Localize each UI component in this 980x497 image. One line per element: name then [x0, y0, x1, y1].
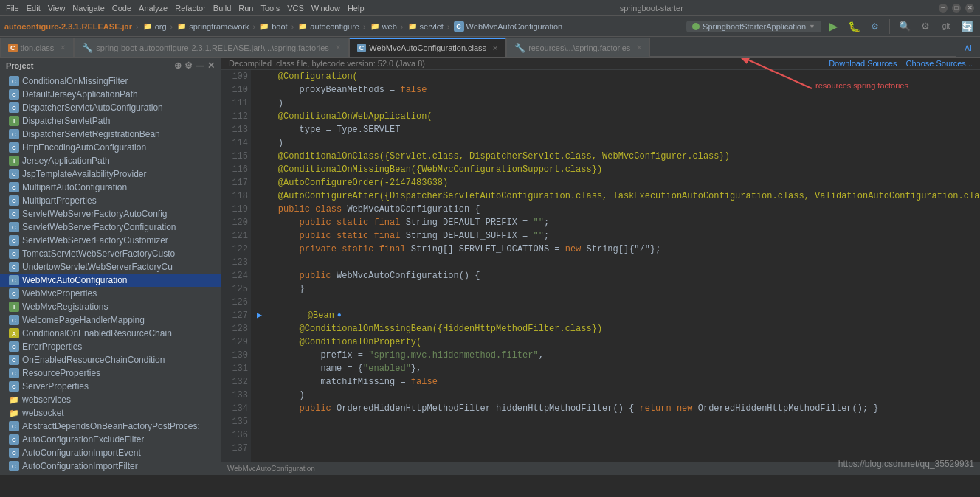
menu-analyze[interactable]: Analyze — [139, 4, 168, 13]
menu-file[interactable]: File — [6, 4, 19, 13]
tab-action-class[interactable]: C tion.class ✕ — [0, 38, 74, 57]
tree-item-conditional-missing-filter[interactable]: C ConditionalOnMissingFilter — [0, 74, 221, 88]
menu-code[interactable]: Code — [112, 4, 131, 13]
tree-item-servlet-factory-auto[interactable]: C ServletWebServerFactoryAutoConfig — [0, 207, 221, 220]
update-button[interactable]: 🔄 — [958, 18, 976, 35]
menu-view[interactable]: View — [48, 4, 66, 13]
tree-item-webmvc-auto[interactable]: C WebMvcAutoConfiguration — [0, 274, 221, 287]
tree-item-auto-config-import-event[interactable]: C AutoConfigurationImportEvent — [0, 446, 221, 459]
nav-item-springframework[interactable]: 📁 springframework — [176, 21, 249, 32]
nav-item-web[interactable]: 📁 web — [370, 21, 397, 32]
code-line: @ConditionalOnMissingBean({HiddenHttpMet… — [257, 322, 974, 336]
code-line: @ConditionalOnWebApplication( — [257, 110, 974, 123]
nav-item-servlet[interactable]: 📁 servlet — [407, 21, 444, 32]
tab-webmvc-class[interactable]: C WebMvcAutoConfiguration.class ✕ — [349, 38, 506, 57]
tree-item-webmvc-props[interactable]: C WebMvcProperties — [0, 287, 221, 300]
tree-label-12: ServletWebServerFactoryCustomizer — [22, 235, 168, 246]
build-button[interactable]: ⚙ — [866, 18, 883, 35]
menu-bar[interactable]: File Edit View Navigate Code Analyze Ref… — [6, 4, 365, 13]
search-everywhere-button[interactable]: 🔍 — [896, 18, 914, 35]
sidebar-action-add[interactable]: ⊕ — [174, 60, 182, 71]
code-area[interactable]: @Configuration( proxyBeanMethods = false… — [251, 70, 980, 475]
tab-icon-factories-res: 🔧 — [514, 43, 525, 53]
menu-help[interactable]: Help — [348, 4, 365, 13]
download-sources-link[interactable]: Download Sources — [829, 59, 897, 68]
tree-item-servlet-factory-config[interactable]: C ServletWebServerFactoryConfiguration — [0, 220, 221, 234]
tree-item-server-props[interactable]: C ServerProperties — [0, 380, 221, 393]
tree-item-multipart-auto[interactable]: C MultipartAutoConfiguration — [0, 181, 221, 194]
menu-edit[interactable]: Edit — [27, 4, 41, 13]
info-bar-right[interactable]: Download Sources Choose Sources... — [829, 59, 973, 68]
sidebar-action-close[interactable]: — — [196, 60, 204, 71]
run-button[interactable]: ▶ — [824, 18, 842, 35]
code-token: final — [379, 243, 406, 256]
sidebar-action-minimize[interactable]: ✕ — [207, 60, 215, 71]
tree-item-cond-enabled-resource[interactable]: A ConditionalOnEnabledResourceChain — [0, 327, 221, 340]
tree-label-3: DispatcherServletPath — [22, 116, 110, 126]
menu-refactor[interactable]: Refactor — [175, 4, 206, 13]
sidebar-actions[interactable]: ⊕ ⚙ — ✕ — [174, 60, 215, 71]
nav-item-org[interactable]: 📁 org — [142, 21, 167, 32]
tree-icon-4: C — [9, 129, 19, 139]
tree-item-resource-props[interactable]: C ResourceProperties — [0, 366, 221, 380]
tree-item-tomcat-factory[interactable]: C TomcatServletWebServerFactoryCusto — [0, 247, 221, 260]
tree-item-servlet-factory-custom[interactable]: C ServletWebServerFactoryCustomizer — [0, 234, 221, 247]
code-token: ) — [257, 389, 305, 402]
tree-item-undertow-factory[interactable]: C UndertowServletWebServerFactoryCu — [0, 260, 221, 274]
tree-item-auto-config-import-filter[interactable]: C AutoConfigurationImportFilter — [0, 459, 221, 473]
tree-item-http-encoding[interactable]: C HttpEncodingAutoConfiguration — [0, 141, 221, 154]
code-token — [257, 243, 300, 256]
tree-item-auto-config-exclude[interactable]: C AutoConfigurationExcludeFilter — [0, 433, 221, 446]
maximize-button[interactable]: □ — [952, 4, 961, 13]
tree-item-websocket[interactable]: 📁 websocket — [0, 406, 221, 420]
tree-item-dispatcher-path[interactable]: I DispatcherServletPath — [0, 114, 221, 128]
tree-item-welcome-page[interactable]: C WelcomePageHandlerMapping — [0, 313, 221, 327]
settings-button[interactable]: ⚙ — [917, 18, 934, 35]
code-line — [257, 296, 974, 309]
tab-close-action[interactable]: ✕ — [60, 44, 66, 52]
line-numbers: 1091101111121131141151161171181191201211… — [221, 70, 251, 475]
tree-item-abstract-depends[interactable]: C AbstractDependsOnBeanFactoryPostProces… — [0, 420, 221, 433]
menu-build[interactable]: Build — [213, 4, 231, 13]
gutter-run-icon[interactable]: ▶ — [257, 309, 262, 322]
tree-label-2: DispatcherServletAutoConfiguration — [22, 102, 163, 113]
nav-item-webmvc[interactable]: C WebMvcAutoConfiguration — [454, 21, 563, 32]
code-token: false — [411, 375, 438, 389]
menu-run[interactable]: Run — [238, 4, 253, 13]
minimize-button[interactable]: ─ — [939, 4, 948, 13]
menu-tools[interactable]: Tools — [260, 4, 280, 13]
window-controls[interactable]: ─ □ ✕ — [939, 4, 974, 13]
tab-spring-factories-jar[interactable]: 🔧 spring-boot-autoconfigure-2.3.1.RELEAS… — [74, 38, 349, 57]
tree-item-jsp-template[interactable]: C JspTemplateAvailabilityProvider — [0, 167, 221, 181]
code-token: , — [539, 349, 544, 362]
git-button[interactable]: git — [937, 18, 955, 35]
toolbar-separator — [889, 19, 890, 34]
tab-close-factories-res[interactable]: ✕ — [636, 44, 642, 52]
sidebar-action-gear[interactable]: ⚙ — [184, 60, 193, 71]
tree-item-dispatcher-reg[interactable]: C DispatcherServletRegistrationBean — [0, 128, 221, 141]
close-button[interactable]: ✕ — [965, 4, 974, 13]
tab-close-webmvc[interactable]: ✕ — [492, 44, 498, 52]
tab-close-factories-jar[interactable]: ✕ — [335, 44, 341, 52]
tab-spring-factories-res[interactable]: 🔧 resources\...\spring.factories ✕ — [506, 38, 650, 57]
tree-item-dispatcher-auto[interactable]: C DispatcherServletAutoConfiguration — [0, 101, 221, 114]
tree-item-multipart-props[interactable]: C MultipartProperties — [0, 194, 221, 207]
menu-navigate[interactable]: Navigate — [72, 4, 104, 13]
menu-vcs[interactable]: VCS — [287, 4, 304, 13]
ai-assistant-button[interactable]: AI — [959, 39, 977, 57]
nav-item-boot[interactable]: 📁 boot — [259, 21, 287, 32]
tree-item-jersey-path[interactable]: I JerseyApplicationPath — [0, 154, 221, 167]
nav-item-autoconfigure[interactable]: 📁 autoconfigure — [297, 21, 359, 32]
code-token: ; — [544, 216, 549, 229]
choose-sources-link[interactable]: Choose Sources... — [906, 59, 973, 68]
debug-button[interactable]: 🐛 — [845, 18, 863, 35]
tree-item-webservices[interactable]: 📁 webservices — [0, 393, 221, 406]
tree-item-default-jersey[interactable]: C DefaultJerseyApplicationPath — [0, 88, 221, 101]
tree-icon-18: C — [9, 315, 19, 325]
code-token: false — [400, 83, 427, 97]
run-config-selector[interactable]: SpringbootStarterApplication ▼ — [686, 21, 821, 32]
tree-item-webmvc-reg[interactable]: I WebMvcRegistrations — [0, 300, 221, 313]
menu-window[interactable]: Window — [311, 4, 340, 13]
tree-item-on-enabled-resource[interactable]: C OnEnabledResourceChainCondition — [0, 353, 221, 366]
tree-item-error-props[interactable]: C ErrorProperties — [0, 340, 221, 353]
